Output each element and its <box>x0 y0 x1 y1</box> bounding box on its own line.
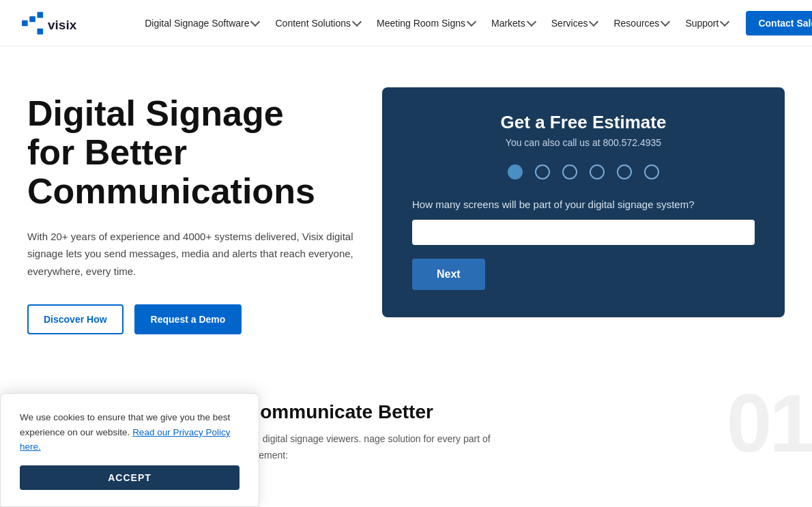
navigation: visix Digital Signage Software Content S… <box>0 0 812 46</box>
discover-how-button[interactable]: Discover How <box>27 304 124 334</box>
hero-title: Digital Signage for Better Communication… <box>27 94 355 212</box>
nav-item-meeting-room-signs[interactable]: Meeting Room Signs <box>370 14 482 33</box>
request-demo-button[interactable]: Request a Demo <box>134 304 242 334</box>
step-dots <box>412 164 755 179</box>
next-button[interactable]: Next <box>412 259 485 290</box>
bottom-watermark: 01 <box>727 382 812 464</box>
chevron-down-icon <box>250 17 260 27</box>
chevron-down-icon <box>352 17 362 27</box>
chevron-down-icon <box>527 17 536 27</box>
form-question: How many screens will be part of your di… <box>412 199 755 210</box>
cookie-text: We use cookies to ensure that we give yo… <box>20 410 240 454</box>
hero-section: Digital Signage for Better Communication… <box>0 46 812 374</box>
svg-rect-0 <box>22 20 28 26</box>
chevron-down-icon <box>720 17 729 27</box>
hero-description: With 20+ years of experience and 4000+ s… <box>27 228 355 280</box>
nav-item-support[interactable]: Support <box>678 14 735 33</box>
chevron-down-icon <box>467 17 476 27</box>
hero-buttons: Discover How Request a Demo <box>27 304 355 334</box>
contact-sales-button[interactable]: Contact Sales <box>746 11 812 35</box>
svg-text:visix: visix <box>48 17 77 31</box>
step-dot-1[interactable] <box>508 164 523 179</box>
svg-rect-1 <box>29 16 35 22</box>
nav-item-resources[interactable]: Resources <box>607 14 676 33</box>
step-dot-6[interactable] <box>644 164 659 179</box>
nav-item-markets[interactable]: Markets <box>484 14 542 33</box>
hero-right: Get a Free Estimate You can also call us… <box>382 87 785 317</box>
screens-count-input[interactable] <box>412 220 755 245</box>
nav-item-digital-signage-software[interactable]: Digital Signage Software <box>138 14 265 33</box>
svg-rect-3 <box>37 28 43 34</box>
estimate-subtitle: You can also call us at 800.572.4935 <box>412 137 755 148</box>
step-dot-5[interactable] <box>617 164 632 179</box>
visix-logo-svg: visix <box>22 10 116 36</box>
step-dot-4[interactable] <box>590 164 605 179</box>
step-dot-3[interactable] <box>562 164 577 179</box>
svg-rect-2 <box>37 12 43 18</box>
nav-links: Digital Signage Software Content Solutio… <box>138 14 735 33</box>
chevron-down-icon <box>661 17 670 27</box>
nav-item-services[interactable]: Services <box>545 14 605 33</box>
estimate-card: Get a Free Estimate You can also call us… <box>382 87 785 317</box>
chevron-down-icon <box>589 17 598 27</box>
nav-item-content-solutions[interactable]: Content Solutions <box>268 14 367 33</box>
estimate-title: Get a Free Estimate <box>412 112 755 133</box>
logo[interactable]: visix <box>22 10 116 36</box>
step-dot-2[interactable] <box>535 164 550 179</box>
cookie-banner: We use cookies to ensure that we give yo… <box>0 393 259 463</box>
hero-left: Digital Signage for Better Communication… <box>27 87 355 334</box>
